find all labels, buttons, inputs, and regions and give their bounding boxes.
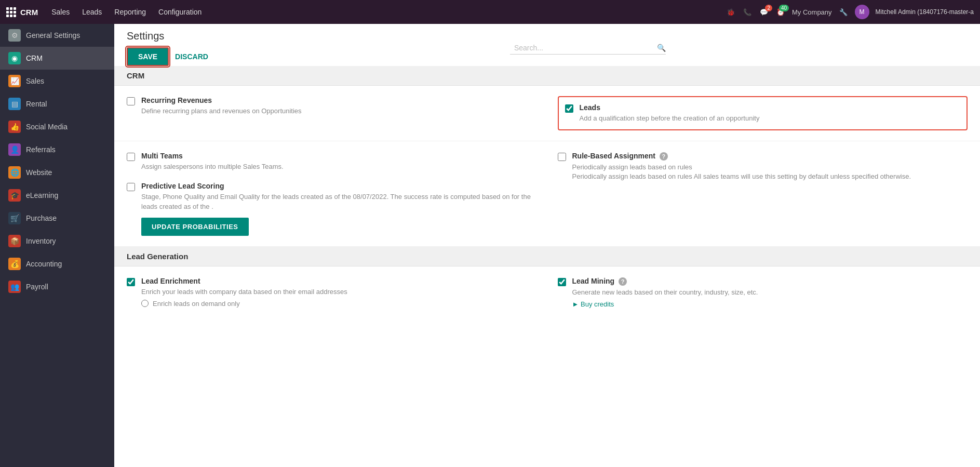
multi-teams-checkbox-wrap	[127, 153, 135, 171]
purchase-icon: 🛒	[8, 212, 21, 224]
predictive-checkbox[interactable]	[127, 183, 135, 191]
setting-multi-teams: Multi Teams Assign salespersons into mul…	[127, 152, 537, 171]
inventory-icon: 📦	[8, 235, 21, 247]
lead-mining-help-icon[interactable]: ?	[619, 277, 627, 286]
main-content: Settings SAVE DISCARD 🔍 CRM	[114, 24, 980, 467]
enrich-on-demand-radio[interactable]	[141, 300, 149, 307]
lead-mining-checkbox[interactable]	[558, 278, 566, 286]
setting-leads: Leads Add a qualification step before th…	[558, 96, 968, 130]
rule-based-text: Rule-Based Assignment ? Periodically ass…	[572, 152, 911, 236]
sidebar-item-accounting[interactable]: 💰 Accounting	[0, 252, 114, 275]
recurring-revenues-text: Recurring Revenues Define recurring plan…	[141, 96, 302, 130]
sidebar-item-website[interactable]: 🌐 Website	[0, 161, 114, 184]
predictive-text: Predictive Lead Scoring Stage, Phone Qua…	[141, 182, 537, 235]
setting-lead-enrichment: Lead Enrichment Enrich your leads with c…	[127, 277, 537, 308]
lead-mining-label: Lead Mining ?	[572, 277, 758, 286]
general-settings-icon: ⚙	[8, 29, 21, 42]
update-probabilities-button[interactable]: UPDATE PROBABILITIES	[141, 218, 249, 236]
buy-credits-link[interactable]: ► Buy credits	[572, 300, 758, 308]
chat-icon[interactable]: 💬 2	[759, 7, 769, 17]
recurring-revenues-label: Recurring Revenues	[141, 96, 302, 104]
crm-row-1: Recurring Revenues Define recurring plan…	[114, 86, 980, 141]
navbar-right: 🐞 📞 💬 2 ⏰ 40 My Company 🔧 M Mitchell Adm…	[726, 5, 974, 19]
sidebar-label-social-media: Social Media	[26, 123, 68, 131]
rule-based-label: Rule-Based Assignment ?	[572, 152, 911, 161]
sidebar-item-crm[interactable]: ◉ CRM	[0, 47, 114, 70]
search-input[interactable]	[510, 42, 657, 54]
sidebar-item-sales[interactable]: 📈 Sales	[0, 70, 114, 92]
lead-enrichment-checkbox[interactable]	[127, 278, 135, 286]
nav-reporting[interactable]: Reporting	[109, 6, 151, 18]
save-button[interactable]: SAVE	[127, 47, 169, 66]
navbar: CRM Sales Leads Reporting Configuration …	[0, 0, 980, 24]
search-icon: 🔍	[657, 44, 666, 52]
multi-teams-checkbox[interactable]	[127, 153, 135, 161]
sidebar-label-inventory: Inventory	[26, 237, 56, 245]
sidebar-item-inventory[interactable]: 📦 Inventory	[0, 230, 114, 252]
sidebar-label-elearning: eLearning	[26, 191, 58, 199]
nav-leads[interactable]: Leads	[77, 6, 107, 18]
lead-enrichment-checkbox-wrap	[127, 278, 135, 308]
sidebar-item-referrals[interactable]: 👤 Referrals	[0, 138, 114, 161]
lead-mining-description: Generate new leads based on their countr…	[572, 288, 758, 297]
brand-name: CRM	[20, 8, 38, 17]
page-header: Settings SAVE DISCARD 🔍	[114, 24, 980, 66]
crm-row-2-grid: Multi Teams Assign salespersons into mul…	[127, 152, 968, 236]
bug-icon[interactable]: 🐞	[726, 7, 736, 17]
sidebar-item-social-media[interactable]: 👍 Social Media	[0, 115, 114, 138]
sidebar-label-sales: Sales	[26, 77, 44, 85]
clock-icon[interactable]: ⏰ 40	[775, 7, 786, 17]
referrals-icon: 👤	[8, 143, 21, 156]
predictive-checkbox-wrap	[127, 183, 135, 235]
recurring-revenues-checkbox[interactable]	[127, 97, 135, 105]
sidebar-label-purchase: Purchase	[26, 214, 57, 222]
predictive-label: Predictive Lead Scoring	[141, 182, 537, 190]
lead-enrichment-description: Enrich your leads with company data base…	[141, 287, 347, 297]
avatar[interactable]: M	[855, 5, 869, 19]
main-layout: ⚙ General Settings ◉ CRM 📈 Sales ▤ Renta…	[0, 24, 980, 467]
search-area: 🔍	[208, 42, 968, 55]
nav-sales[interactable]: Sales	[46, 6, 75, 18]
leads-checkbox[interactable]	[565, 104, 573, 113]
navbar-nav: Sales Leads Reporting Configuration	[46, 6, 717, 18]
sidebar-item-rental[interactable]: ▤ Rental	[0, 92, 114, 115]
crm-col-left: Multi Teams Assign salespersons into mul…	[127, 152, 537, 236]
recurring-revenues-checkbox-wrap	[127, 97, 135, 130]
settings-body: CRM Recurring Revenues Define recurring …	[114, 66, 980, 318]
discard-button[interactable]: DISCARD	[175, 52, 208, 61]
sidebar-item-purchase[interactable]: 🛒 Purchase	[0, 207, 114, 230]
nav-configuration[interactable]: Configuration	[153, 6, 207, 18]
chat-badge: 2	[765, 5, 772, 11]
page-title: Settings	[127, 30, 208, 42]
leads-label: Leads	[580, 103, 760, 112]
wrench-icon[interactable]: 🔧	[838, 7, 849, 17]
company-name[interactable]: My Company	[792, 8, 832, 16]
grid-icon	[6, 7, 16, 17]
sidebar-label-rental: Rental	[26, 100, 47, 108]
leads-description: Add a qualification step before the crea…	[580, 114, 760, 123]
rule-based-help-icon[interactable]: ?	[660, 152, 668, 161]
setting-lead-mining: Lead Mining ? Generate new leads based o…	[558, 277, 968, 308]
search-wrapper: 🔍	[510, 42, 666, 55]
leads-text: Leads Add a qualification step before th…	[580, 103, 760, 123]
sales-icon: 📈	[8, 75, 21, 87]
payroll-icon: 👥	[8, 281, 21, 293]
setting-rule-based: Rule-Based Assignment ? Periodically ass…	[558, 152, 968, 236]
leads-checkbox-wrap	[565, 104, 573, 123]
sidebar-item-elearning[interactable]: 🎓 eLearning	[0, 184, 114, 207]
user-name: Mitchell Admin (18407176-master-a	[876, 8, 974, 16]
enrich-on-demand-option: Enrich leads on demand only	[141, 300, 347, 308]
brand[interactable]: CRM	[6, 7, 38, 17]
rule-based-checkbox-wrap	[558, 153, 566, 236]
leads-highlight-box: Leads Add a qualification step before th…	[558, 96, 968, 130]
settings-actions: SAVE DISCARD	[127, 47, 208, 66]
sidebar-label-crm: CRM	[26, 54, 43, 62]
lead-enrichment-text: Lead Enrichment Enrich your leads with c…	[141, 277, 347, 308]
sidebar-item-payroll[interactable]: 👥 Payroll	[0, 275, 114, 298]
multi-teams-text: Multi Teams Assign salespersons into mul…	[141, 152, 284, 171]
rental-icon: ▤	[8, 98, 21, 110]
sidebar: ⚙ General Settings ◉ CRM 📈 Sales ▤ Renta…	[0, 24, 114, 467]
phone-icon[interactable]: 📞	[742, 7, 753, 17]
rule-based-checkbox[interactable]	[558, 153, 566, 161]
sidebar-item-general-settings[interactable]: ⚙ General Settings	[0, 24, 114, 47]
